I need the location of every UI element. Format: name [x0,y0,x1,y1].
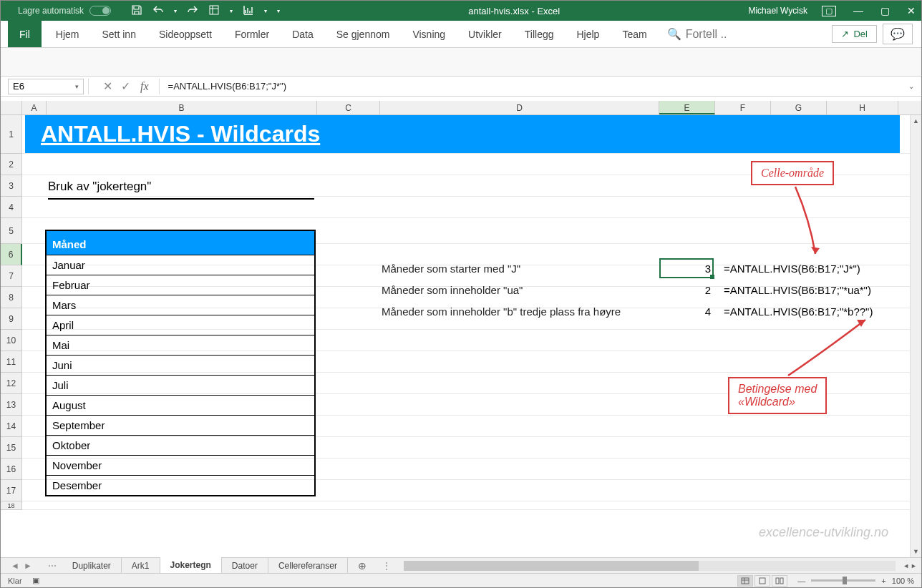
tab-sideoppsett[interactable]: Sideoppsett [147,21,223,47]
col-B[interactable]: B [47,101,317,114]
hscroll-left-icon[interactable]: ◄ [903,562,909,569]
formula-input[interactable]: =ANTALL.HVIS(B6:B17;"J*") [168,81,286,92]
row-11[interactable]: 11 [1,351,22,373]
chart-dropdown-icon[interactable]: ▾ [264,8,267,14]
tab-hjem[interactable]: Hjem [44,21,91,47]
undo-dropdown-icon[interactable]: ▾ [174,8,177,14]
col-D[interactable]: D [380,101,659,114]
row-8[interactable]: 8 [1,287,22,308]
row-5[interactable]: 5 [1,218,22,244]
page-layout-view-button[interactable] [754,575,770,587]
description-3: Måneder som inneholder "b" tredje plass … [382,305,621,318]
callout2-line2: «Wildcard» [738,396,795,408]
table-header: Måned [47,231,314,255]
col-C[interactable]: C [317,101,380,114]
expand-formula-bar-icon[interactable]: ⌄ [908,82,914,90]
sheet-more-icon[interactable]: ⋯ [42,561,62,571]
window-controls: — ▢ ✕ [853,5,916,16]
horizontal-scrollbar[interactable] [404,561,896,571]
autosave-toggle[interactable] [89,6,111,16]
page-break-view-button[interactable] [772,575,787,587]
sheet-nav-next-icon[interactable]: ► [24,561,32,571]
sheet-tab-ark1[interactable]: Ark1 [122,558,160,574]
row-6[interactable]: 6 [1,244,22,265]
comments-button[interactable]: 💬 [883,24,913,44]
row-9[interactable]: 9 [1,308,22,330]
window-title: antall-hvis.xlsx - Excel [280,6,748,16]
select-all-corner[interactable] [1,101,22,114]
chart-icon[interactable] [243,4,254,18]
scroll-up-icon[interactable]: ▲ [911,115,921,127]
row-7[interactable]: 7 [1,265,22,287]
sheet-tab-datoer[interactable]: Datoer [222,558,268,574]
sheet-nav-prev-icon[interactable]: ◄ [11,561,19,571]
maximize-button[interactable]: ▢ [880,5,890,16]
minimize-button[interactable]: — [853,5,863,16]
col-H[interactable]: H [827,101,898,114]
sheet-nav[interactable]: ◄► [1,561,42,571]
tab-hjelp[interactable]: Hjelp [566,21,611,47]
tab-team[interactable]: Team [611,21,658,47]
pivot-icon[interactable] [208,4,220,18]
row-16[interactable]: 16 [1,459,22,480]
cancel-icon[interactable]: ✕ [103,79,112,93]
zoom-out-button[interactable]: — [797,577,805,585]
col-A[interactable]: A [22,101,47,114]
normal-view-button[interactable] [737,575,753,587]
row-4[interactable]: 4 [1,197,22,218]
tab-scroll-icon[interactable]: ⋮ [377,561,397,571]
tab-data[interactable]: Data [281,21,325,47]
ribbon-display-icon[interactable]: ▢ [822,6,836,16]
user-name[interactable]: Michael Wycisk [748,6,807,16]
zoom-in-button[interactable]: + [881,577,885,585]
sheet-tab-jokertegn[interactable]: Jokertegn [160,557,222,574]
status-bar: Klar ▣ — + 100 % [1,573,921,587]
row-18[interactable]: 18 [1,501,22,510]
row-1[interactable]: 1 [1,115,22,154]
name-box[interactable]: E6 ▾ [8,79,84,94]
tab-visning[interactable]: Visning [401,21,457,47]
row-17[interactable]: 17 [1,480,22,501]
tab-file[interactable]: Fil [8,21,42,47]
close-button[interactable]: ✕ [907,5,916,16]
description-2: Måneder som inneholder "ua" [382,284,523,296]
col-G[interactable]: G [771,101,827,114]
macro-record-icon[interactable]: ▣ [32,576,39,585]
fx-icon[interactable]: fx [140,80,149,93]
row-2[interactable]: 2 [1,154,22,175]
vertical-scrollbar[interactable]: ▲ ▼ [910,115,921,557]
table-row: Juni [47,355,314,375]
row-3[interactable]: 3 [1,175,22,197]
tab-utvikler[interactable]: Utvikler [457,21,513,47]
share-button[interactable]: ↗ Del [832,25,877,43]
description-1: Måneder som starter med "J" [382,263,520,275]
zoom-level[interactable]: 100 % [892,577,914,585]
tab-formler[interactable]: Formler [223,21,281,47]
pivot-dropdown-icon[interactable]: ▾ [230,8,233,14]
tab-tillegg[interactable]: Tillegg [513,21,566,47]
row-14[interactable]: 14 [1,416,22,437]
table-row: April [47,315,314,335]
sheet-tab-duplikater[interactable]: Duplikater [62,558,122,574]
row-15[interactable]: 15 [1,437,22,459]
save-icon[interactable] [131,4,142,18]
enter-icon[interactable]: ✓ [121,79,130,93]
row-12[interactable]: 12 [1,373,22,394]
col-E[interactable]: E [659,101,715,114]
spreadsheet-grid[interactable]: A B C D E F G H 1 2 3 4 5 6 7 8 9 10 11 … [1,101,921,557]
table-row: Mars [47,295,314,315]
scroll-down-icon[interactable]: ▼ [911,546,921,557]
name-box-dropdown-icon[interactable]: ▾ [75,83,79,90]
row-10[interactable]: 10 [1,330,22,351]
add-sheet-button[interactable]: ⊕ [348,560,377,572]
tell-me-search[interactable]: 🔍 Fortell .. [667,27,727,41]
tab-se-gjennom[interactable]: Se gjennom [325,21,402,47]
col-F[interactable]: F [715,101,771,114]
sheet-tab-cellereferanser[interactable]: Cellereferanser [268,558,348,574]
undo-icon[interactable] [152,4,164,18]
hscroll-right-icon[interactable]: ► [911,562,917,569]
row-13[interactable]: 13 [1,394,22,416]
zoom-slider[interactable] [811,579,875,582]
redo-icon[interactable] [187,4,198,18]
tab-sett-inn[interactable]: Sett inn [90,21,147,47]
